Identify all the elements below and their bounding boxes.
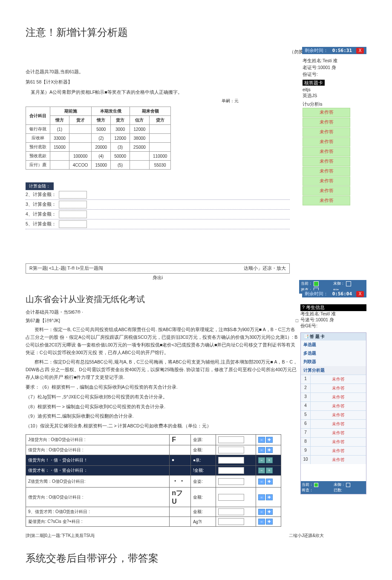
table-row: 预收底款100000(4)50000110000	[26, 152, 171, 161]
cat-calc[interactable]: 计算分析题	[301, 366, 366, 375]
row-btn-minus[interactable]: =	[258, 437, 265, 443]
amount-input[interactable]	[218, 467, 244, 474]
item-status: 未作答	[311, 375, 366, 384]
pager-text: 会计总题共70题,当前61题。	[26, 69, 290, 75]
answer-card-item[interactable]: 7未作答	[301, 428, 366, 437]
amount-input[interactable]	[218, 508, 244, 515]
entry-buttons: −+	[256, 466, 281, 476]
close-icon[interactable]: X	[356, 48, 364, 54]
entry-table: J借贷方向 : O借O贷会计科目 :F金源:=✚借贷方向 : O借O贷会计科目 …	[26, 434, 281, 527]
table-cell: 20000	[92, 143, 111, 152]
footer-nav-left[interactable]: |刘第二期]0上一题:下TK上英后TSUIj	[26, 533, 95, 539]
answer-card-row[interactable]: 未作答	[303, 176, 350, 186]
amount-input[interactable]	[218, 436, 244, 443]
row-btn-plus[interactable]: +	[266, 457, 273, 463]
cat-judge[interactable]: 判联器	[301, 358, 366, 366]
answer-card-row[interactable]: 未作答	[303, 186, 350, 196]
table-header: 合计科目	[26, 107, 50, 125]
answer-card-item[interactable]: 9未作答	[301, 446, 366, 455]
amount-input[interactable]	[218, 494, 244, 501]
table-cell: 38000	[130, 134, 150, 143]
row-btn-minus[interactable]: =	[258, 447, 265, 453]
table-cell: 50000	[111, 152, 130, 161]
question-heading: 第61 58【计X分析器】	[26, 79, 290, 85]
table-cell: (2)	[92, 134, 111, 143]
entry-label[interactable]: 借贷方向 : O借O贷会计科目 :	[26, 445, 170, 455]
table-cell: 100000	[69, 152, 92, 161]
entry-label[interactable]: 凝借贤向: C?sCis 全?+科目 :	[26, 517, 170, 527]
row-btn-minus[interactable]: −	[258, 457, 265, 463]
status-swatch	[314, 483, 318, 487]
pager-text: 会计基础共70题・当St67® ·	[26, 309, 298, 315]
calc-input[interactable]	[59, 211, 87, 218]
row-btn-plus[interactable]: ✚	[266, 509, 273, 515]
answer-card-row[interactable]: 未作答	[303, 108, 350, 117]
cat-multi[interactable]: 多选题	[301, 349, 366, 358]
item-number: 7	[301, 429, 311, 437]
footer-nav-right[interactable]: 二缩小J还源&欣大	[289, 533, 324, 539]
answer-card-row[interactable]: 未作答	[303, 118, 350, 127]
row-btn-minus[interactable]: =	[258, 494, 265, 500]
answer-card-item[interactable]: 10未作答	[301, 455, 366, 464]
answer-card-item[interactable]: 2未作答	[301, 384, 366, 392]
table-cell	[50, 152, 69, 161]
examinee-id: 10001 身	[318, 65, 336, 70]
material-para-1: 资料一：假定一B, C三公司共同投资组成ABC有限责任公司. 按ABC薄理公司的…	[26, 326, 298, 356]
entry-label[interactable]: Z借货方闻：O借O贷会计科目:	[26, 476, 170, 488]
row-btn-plus[interactable]: ✚	[266, 519, 273, 525]
answer-card-item[interactable]: 5未作答	[301, 410, 366, 419]
calc-label: 2、计算金额：	[26, 192, 56, 198]
entry-label[interactable]: 僧货方向 : O借O贷会计科目 :	[26, 488, 170, 507]
answer-card-item[interactable]: 1未作答	[301, 375, 366, 384]
examinee-idc: 份GE号:	[300, 323, 317, 328]
row-btn-minus[interactable]: =	[258, 479, 265, 485]
row-btn-plus[interactable]: ✚	[266, 479, 273, 485]
row-btn-plus[interactable]: +	[266, 467, 273, 473]
entry-buttons: =✚	[256, 507, 281, 517]
mark-icon[interactable]: □	[296, 318, 298, 324]
row-btn-minus[interactable]: =	[258, 509, 265, 515]
table-header: 期前施	[50, 107, 92, 116]
nav-right[interactable]: 达顺小」还凉・放大	[244, 265, 286, 271]
entry-glyph: nフ U	[170, 488, 191, 507]
main-heading-3: 系统交卷后自带评分，带答案	[26, 551, 366, 565]
amount-input[interactable]	[218, 518, 244, 525]
entry-amount-label: ●泉:	[190, 455, 216, 466]
answer-card-row[interactable]: 未作答	[303, 147, 350, 156]
answer-card-item[interactable]: 8未作答	[301, 437, 366, 446]
answer-card-row[interactable]: 未作答	[303, 157, 350, 166]
examinee-idc-label: 份证号:	[303, 72, 318, 77]
amount-input[interactable]	[218, 457, 244, 464]
cat-single[interactable]: 单选题	[301, 340, 366, 349]
calc-label: 5、计算金额：	[26, 221, 56, 227]
answer-card-item[interactable]: 4未作答	[301, 401, 366, 410]
entry-label[interactable]: 借货方向！・借・贷会计科目！	[26, 455, 170, 466]
row-btn-minus[interactable]: −	[258, 467, 265, 473]
row-btn-plus[interactable]: ✚	[266, 437, 273, 443]
nav-left[interactable]: R第一题| <1上-题| T-® I>呈后一题闯	[29, 265, 103, 271]
amount-input[interactable]	[218, 478, 244, 485]
entry-label[interactable]: 借货才有：・借・竖会计科目：	[26, 466, 170, 476]
answer-card-row[interactable]: 未作答	[303, 167, 350, 176]
row-btn-minus[interactable]: =	[258, 519, 265, 525]
calc-input[interactable]	[59, 201, 87, 208]
answer-card-row[interactable]: 未作答	[303, 127, 350, 137]
answer-card-item[interactable]: 3未作答	[301, 392, 366, 401]
entry-label[interactable]: J借贷方向 : O借O贷会计科目 :	[26, 435, 170, 445]
table-subheader: 贷方	[149, 116, 170, 125]
answer-card-row[interactable]: 未作答	[303, 196, 350, 205]
calc-input[interactable]	[59, 220, 87, 228]
card-line[interactable]: eitjs	[303, 87, 366, 92]
entry-label[interactable]: 9、借货才闰 : O借O货血计科目 :	[26, 507, 170, 517]
amount-input[interactable]	[218, 447, 244, 453]
close-icon[interactable]: X	[356, 291, 364, 297]
calc-input[interactable]	[59, 191, 87, 199]
nav-center[interactable]: 身出i	[26, 274, 290, 281]
answer-card-item[interactable]: 6未作答	[301, 419, 366, 428]
answer-card-row[interactable]: 未作答	[303, 137, 350, 147]
table-cell: (5)	[111, 161, 130, 170]
row-btn-plus[interactable]: ✚	[266, 447, 273, 453]
table-cell	[130, 161, 150, 170]
card-line[interactable]: 英选JS	[303, 93, 366, 99]
row-btn-plus[interactable]: ✚	[266, 494, 273, 500]
